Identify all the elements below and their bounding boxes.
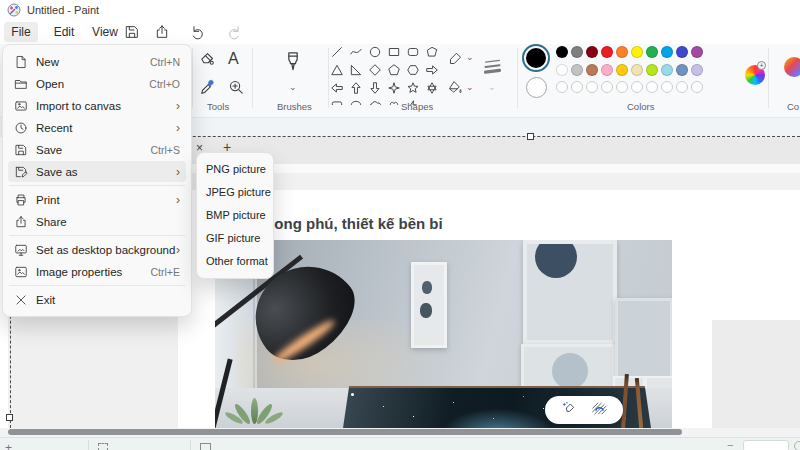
chevron-down-icon[interactable]: ⌄ xyxy=(289,82,297,92)
magnifier-tool-icon[interactable] xyxy=(228,79,245,100)
color-swatch[interactable] xyxy=(601,64,613,76)
chevron-down-icon[interactable]: ⌄ xyxy=(488,82,496,92)
shape-six-point-star-icon[interactable] xyxy=(425,81,440,96)
status-divider xyxy=(190,440,191,450)
eraser-tool-icon[interactable] xyxy=(199,50,216,71)
menu-edit[interactable]: Edit xyxy=(46,22,82,42)
empty-color-slot[interactable] xyxy=(631,81,643,93)
shape-four-point-star-icon[interactable] xyxy=(387,81,402,96)
empty-color-slot[interactable] xyxy=(691,81,703,93)
submenu-item-bmp[interactable]: BMP picture xyxy=(197,204,273,227)
file-menu-item-print[interactable]: Print› xyxy=(8,189,186,210)
file-menu-item-share[interactable]: Share xyxy=(8,211,186,232)
empty-color-slot[interactable] xyxy=(601,81,613,93)
color-swatch[interactable] xyxy=(631,46,643,58)
file-menu-item-new[interactable]: NewCtrl+N xyxy=(8,51,186,72)
submenu-item-jpeg[interactable]: JPEG picture xyxy=(197,181,273,204)
color-swatch[interactable] xyxy=(556,64,568,76)
empty-color-slot[interactable] xyxy=(616,81,628,93)
color-swatch[interactable] xyxy=(691,64,703,76)
color-swatch[interactable] xyxy=(676,46,688,58)
shape-up-arrow-icon[interactable] xyxy=(349,81,364,96)
eyedropper-tool-icon[interactable] xyxy=(199,79,216,100)
redo-icon[interactable] xyxy=(226,24,242,40)
brush-icon[interactable] xyxy=(283,50,303,78)
color-swatch[interactable] xyxy=(676,64,688,76)
empty-color-slot[interactable] xyxy=(586,81,598,93)
color-swatch[interactable] xyxy=(661,64,673,76)
shape-curve-icon[interactable] xyxy=(349,45,364,60)
shape-down-arrow-icon[interactable] xyxy=(368,81,383,96)
shape-hexagon-icon[interactable] xyxy=(406,63,421,78)
file-menu-item-save-as[interactable]: Save as› xyxy=(8,161,186,182)
file-menu-item-recent[interactable]: Recent› xyxy=(8,117,186,138)
color-swatch[interactable] xyxy=(601,46,613,58)
shape-rounded-callout-icon[interactable] xyxy=(330,99,345,105)
copilot-icon[interactable] xyxy=(784,57,800,77)
menu-file[interactable]: File xyxy=(4,22,38,42)
shape-pentagon-icon[interactable] xyxy=(387,63,402,78)
shape-triangle-icon[interactable] xyxy=(330,63,345,78)
color1-swatch[interactable] xyxy=(526,48,546,68)
empty-color-slot[interactable] xyxy=(676,81,688,93)
shape-rectangle-icon[interactable] xyxy=(387,45,402,60)
undo-icon[interactable] xyxy=(190,24,206,40)
shape-outline-icon[interactable] xyxy=(448,51,463,70)
empty-color-slot[interactable] xyxy=(571,81,583,93)
submenu-item-png[interactable]: PNG picture xyxy=(197,158,273,181)
shape-polygon-icon[interactable] xyxy=(425,45,440,60)
color-swatch[interactable] xyxy=(691,46,703,58)
file-menu-item-set-desktop-background[interactable]: Set as desktop background› xyxy=(8,239,186,260)
file-menu-item-exit[interactable]: Exit xyxy=(8,289,186,310)
file-menu-item-save[interactable]: SaveCtrl+S xyxy=(8,139,186,160)
color-swatch[interactable] xyxy=(586,46,598,58)
empty-color-slot[interactable] xyxy=(646,81,658,93)
magic-eraser-icon[interactable] xyxy=(561,400,577,420)
color-swatch[interactable] xyxy=(661,46,673,58)
color-swatch[interactable] xyxy=(571,64,583,76)
shape-diamond-icon[interactable] xyxy=(368,63,383,78)
selection-handle-top[interactable] xyxy=(527,133,534,140)
empty-color-slot[interactable] xyxy=(661,81,673,93)
submenu-item-other[interactable]: Other format xyxy=(197,250,273,273)
zoom-out-icon[interactable]: − xyxy=(727,439,733,450)
color2-swatch[interactable] xyxy=(526,77,547,98)
file-menu-item-open[interactable]: OpenCtrl+O xyxy=(8,73,186,94)
shape-fill-icon[interactable] xyxy=(448,80,463,99)
color-swatch[interactable] xyxy=(631,64,643,76)
file-menu-item-import-to-canvas[interactable]: Import to canvas› xyxy=(8,95,186,116)
shape-right-arrow-icon[interactable] xyxy=(425,63,440,78)
zoom-level-box[interactable] xyxy=(743,440,789,450)
zoom-in-icon[interactable] xyxy=(794,441,800,450)
color-swatch[interactable] xyxy=(616,64,628,76)
shape-right-triangle-icon[interactable] xyxy=(349,63,364,78)
empty-color-slot[interactable] xyxy=(556,81,568,93)
text-tool-icon[interactable]: A xyxy=(228,50,239,68)
shape-oval-callout-icon[interactable] xyxy=(349,99,364,105)
shape-cloud-callout-icon[interactable] xyxy=(368,99,383,105)
background-pattern-icon[interactable] xyxy=(591,401,608,420)
save-icon[interactable] xyxy=(124,24,140,40)
selection-handle-left[interactable] xyxy=(6,414,13,421)
add-color-plus-icon[interactable]: + xyxy=(757,61,766,70)
horizontal-scrollbar-thumb[interactable] xyxy=(8,429,682,435)
shape-left-arrow-icon[interactable] xyxy=(330,81,345,96)
file-menu-item-image-properties[interactable]: Image propertiesCtrl+E xyxy=(8,261,186,282)
color-swatch[interactable] xyxy=(646,64,658,76)
shape-heart-icon[interactable] xyxy=(387,99,402,105)
submenu-item-gif[interactable]: GIF picture xyxy=(197,227,273,250)
shape-five-point-star-icon[interactable] xyxy=(406,81,421,96)
color-swatch[interactable] xyxy=(586,64,598,76)
color-swatch[interactable] xyxy=(646,46,658,58)
menu-view[interactable]: View xyxy=(86,22,124,42)
shape-rounded-rectangle-icon[interactable] xyxy=(406,45,421,60)
color-swatch[interactable] xyxy=(556,46,568,58)
color-swatch[interactable] xyxy=(616,46,628,58)
color-swatch[interactable] xyxy=(571,46,583,58)
share-icon[interactable] xyxy=(154,24,170,40)
shape-ellipse-icon[interactable] xyxy=(368,45,383,60)
shape-line-icon[interactable] xyxy=(330,45,345,60)
chevron-down-icon[interactable]: ⌄ xyxy=(466,52,474,62)
stroke-size-icon[interactable] xyxy=(482,56,503,81)
chevron-down-icon[interactable]: ⌄ xyxy=(466,82,474,92)
